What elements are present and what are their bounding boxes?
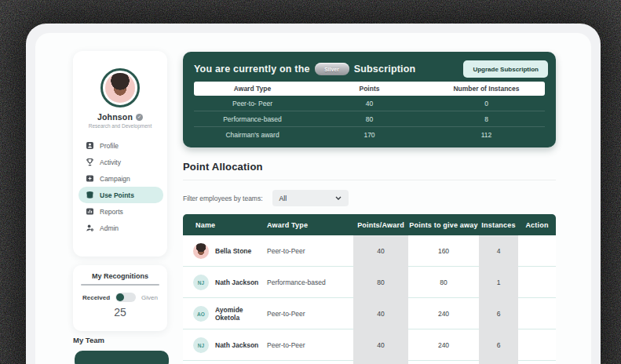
toggle-knob	[116, 293, 124, 301]
award-type: Chairman's award	[194, 131, 311, 139]
upgrade-subscription-button[interactable]: Upgrade Subscription	[463, 60, 548, 78]
admin-gear-icon	[86, 224, 94, 232]
points: 40	[311, 100, 428, 107]
divider	[183, 180, 556, 180]
employee-name: Ayomide Oketola	[215, 306, 267, 322]
award-type	[267, 361, 353, 364]
sidebar-item-campaign[interactable]: Campaign	[79, 170, 163, 187]
coins-icon	[86, 191, 94, 199]
avatar-initials: NJ	[193, 337, 209, 353]
filter-row: Filter employees by teams: All	[183, 190, 556, 206]
my-recognitions-title: My Recognitions	[73, 272, 167, 280]
table-row: Peer-to- Peer 40 0	[194, 96, 545, 111]
award-type: Peer-to- Peer	[194, 100, 311, 107]
sidebar-item-label: Use Points	[100, 191, 134, 199]
profile-icon	[86, 141, 94, 150]
column-header: Name	[183, 221, 267, 229]
action-cell	[518, 329, 556, 361]
subscription-suffix: Subscription	[354, 64, 416, 75]
point-allocation-title: Point Allocation	[183, 161, 263, 173]
sidebar-item-label: Reports	[100, 208, 123, 216]
avatar	[193, 243, 209, 259]
column-header: Points	[311, 85, 428, 93]
column-header: Number of Instances	[428, 85, 545, 93]
award-summary-table: Award Type Points Number of Instances Pe…	[194, 82, 545, 142]
table-row: Chairman's award 170 112	[194, 126, 545, 142]
award-type: Peer-to-Peer	[267, 329, 353, 361]
allocation-table-header: Name Award Type Points/Award Points to g…	[183, 214, 556, 235]
instances: 1	[479, 267, 518, 298]
table-row[interactable]	[183, 361, 556, 364]
sidebar-menu: Profile Activity Campaign Use Points	[79, 137, 163, 236]
table-row[interactable]: NJ Nath Jackson Peer-to-Peer 40 240 6	[183, 329, 556, 361]
plan-name: Silver	[324, 67, 339, 72]
avatar-initials: NJ	[193, 275, 209, 290]
my-team-title: My Team	[73, 336, 104, 344]
employee-name: Nath Jackson	[215, 278, 258, 286]
app-root: Johnson ✓ Research and Development Profi…	[0, 0, 621, 364]
subscription-headline: You are currently on the Silver Subscrip…	[194, 63, 415, 75]
avatar-photo	[105, 73, 135, 103]
points-to-give-away: 80	[408, 267, 479, 298]
points-to-give-away: 240	[408, 298, 479, 329]
sidebar-item-label: Profile	[100, 142, 119, 150]
column-header: Points to give away	[408, 221, 479, 229]
points-to-give-away: 160	[408, 235, 479, 267]
award-type: Performance-based	[267, 267, 353, 298]
sidebar-item-label: Admin	[100, 224, 119, 232]
avatar	[100, 68, 140, 107]
points: 80	[311, 115, 428, 123]
action-cell	[518, 361, 556, 364]
column-header: Instances	[479, 221, 518, 229]
column-header: Action	[518, 221, 556, 229]
teams-filter-select[interactable]: All	[272, 190, 349, 206]
received-label: Received	[82, 294, 110, 301]
table-row[interactable]: AO Ayomide Oketola Peer-to-Peer 40 240 6	[183, 298, 556, 329]
points-to-give-away: 240	[408, 329, 479, 361]
given-label: Given	[141, 294, 158, 301]
bar-chart-icon	[86, 207, 94, 216]
sidebar-item-reports[interactable]: Reports	[79, 203, 163, 220]
profile-card: Johnson ✓ Research and Development Profi…	[73, 51, 167, 257]
column-header: Points/Award	[353, 221, 408, 229]
filter-label: Filter employees by teams:	[183, 195, 263, 202]
instances: 6	[479, 298, 518, 329]
points-to-give-away	[408, 361, 479, 364]
table-row: Performance-based 80 8	[194, 111, 545, 126]
action-cell	[518, 298, 556, 329]
points-per-award: 40	[353, 329, 408, 361]
plan-badge: Silver	[315, 63, 349, 75]
column-header: Award Type	[267, 221, 353, 229]
recognitions-count: 25	[73, 306, 167, 318]
subscription-banner: You are currently on the Silver Subscrip…	[183, 52, 556, 147]
award-type: Peer-to-Peer	[267, 235, 353, 267]
instances	[479, 361, 518, 364]
sidebar-item-label: Activity	[100, 158, 121, 166]
point-allocation-table: Name Award Type Points/Award Points to g…	[183, 214, 556, 364]
sidebar-item-admin[interactable]: Admin	[79, 220, 163, 236]
profile-name: Johnson	[97, 112, 133, 122]
action-cell	[518, 235, 556, 267]
table-row[interactable]: Bella Stone Peer-to-Peer 40 160 4	[183, 235, 556, 267]
sidebar-item-profile[interactable]: Profile	[79, 137, 163, 154]
award-type: Performance-based	[194, 115, 311, 123]
table-row[interactable]: NJ Nath Jackson Performance-based 80 80 …	[183, 267, 556, 298]
award-table-header: Award Type Points Number of Instances	[194, 82, 545, 96]
chevron-down-icon	[335, 196, 342, 200]
profile-role: Research and Development	[73, 123, 167, 129]
instances: 112	[428, 131, 545, 139]
verified-badge-icon: ✓	[136, 114, 143, 121]
employee-name: Nath Jackson	[215, 341, 258, 349]
column-header: Award Type	[194, 85, 311, 93]
my-recognitions-card: My Recognitions Received Given 25	[73, 265, 167, 331]
received-given-toggle[interactable]	[115, 293, 136, 302]
sidebar-item-use-points[interactable]: Use Points	[79, 187, 163, 203]
points: 170	[311, 131, 428, 139]
points-per-award: 40	[353, 235, 408, 267]
sidebar-item-activity[interactable]: Activity	[79, 154, 163, 170]
points-per-award: 80	[353, 267, 408, 298]
sidebar-item-label: Campaign	[100, 175, 130, 183]
campaign-icon	[86, 174, 94, 183]
avatar-initials: AO	[193, 306, 209, 322]
teams-filter-value: All	[279, 195, 335, 202]
